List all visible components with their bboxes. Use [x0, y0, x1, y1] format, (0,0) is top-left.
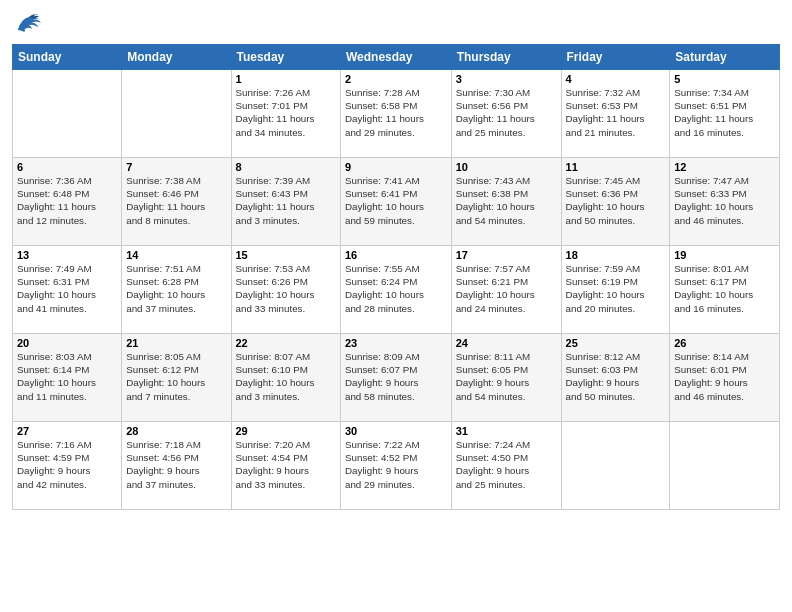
- day-number: 6: [17, 161, 117, 173]
- calendar-cell: 24Sunrise: 8:11 AM Sunset: 6:05 PM Dayli…: [451, 334, 561, 422]
- calendar-table: SundayMondayTuesdayWednesdayThursdayFrid…: [12, 44, 780, 510]
- day-number: 14: [126, 249, 226, 261]
- calendar-cell: 18Sunrise: 7:59 AM Sunset: 6:19 PM Dayli…: [561, 246, 670, 334]
- day-info: Sunrise: 8:05 AM Sunset: 6:12 PM Dayligh…: [126, 350, 226, 403]
- day-number: 26: [674, 337, 775, 349]
- calendar-cell: 9Sunrise: 7:41 AM Sunset: 6:41 PM Daylig…: [340, 158, 451, 246]
- day-number: 19: [674, 249, 775, 261]
- calendar-cell: 6Sunrise: 7:36 AM Sunset: 6:48 PM Daylig…: [13, 158, 122, 246]
- weekday-header-saturday: Saturday: [670, 45, 780, 70]
- day-info: Sunrise: 8:03 AM Sunset: 6:14 PM Dayligh…: [17, 350, 117, 403]
- weekday-header-sunday: Sunday: [13, 45, 122, 70]
- calendar-cell: [561, 422, 670, 510]
- day-info: Sunrise: 7:47 AM Sunset: 6:33 PM Dayligh…: [674, 174, 775, 227]
- calendar-cell: 26Sunrise: 8:14 AM Sunset: 6:01 PM Dayli…: [670, 334, 780, 422]
- day-info: Sunrise: 7:32 AM Sunset: 6:53 PM Dayligh…: [566, 86, 666, 139]
- day-info: Sunrise: 7:41 AM Sunset: 6:41 PM Dayligh…: [345, 174, 447, 227]
- day-info: Sunrise: 7:39 AM Sunset: 6:43 PM Dayligh…: [236, 174, 336, 227]
- day-info: Sunrise: 7:57 AM Sunset: 6:21 PM Dayligh…: [456, 262, 557, 315]
- calendar-cell: 22Sunrise: 8:07 AM Sunset: 6:10 PM Dayli…: [231, 334, 340, 422]
- weekday-header-thursday: Thursday: [451, 45, 561, 70]
- day-info: Sunrise: 7:55 AM Sunset: 6:24 PM Dayligh…: [345, 262, 447, 315]
- day-info: Sunrise: 7:38 AM Sunset: 6:46 PM Dayligh…: [126, 174, 226, 227]
- calendar-week-5: 27Sunrise: 7:16 AM Sunset: 4:59 PM Dayli…: [13, 422, 780, 510]
- calendar-week-1: 1Sunrise: 7:26 AM Sunset: 7:01 PM Daylig…: [13, 70, 780, 158]
- calendar-cell: 15Sunrise: 7:53 AM Sunset: 6:26 PM Dayli…: [231, 246, 340, 334]
- weekday-header-tuesday: Tuesday: [231, 45, 340, 70]
- calendar-header-row: SundayMondayTuesdayWednesdayThursdayFrid…: [13, 45, 780, 70]
- day-info: Sunrise: 7:24 AM Sunset: 4:50 PM Dayligh…: [456, 438, 557, 491]
- day-number: 28: [126, 425, 226, 437]
- weekday-header-wednesday: Wednesday: [340, 45, 451, 70]
- calendar-cell: 25Sunrise: 8:12 AM Sunset: 6:03 PM Dayli…: [561, 334, 670, 422]
- day-number: 13: [17, 249, 117, 261]
- day-number: 15: [236, 249, 336, 261]
- day-info: Sunrise: 8:12 AM Sunset: 6:03 PM Dayligh…: [566, 350, 666, 403]
- day-info: Sunrise: 8:01 AM Sunset: 6:17 PM Dayligh…: [674, 262, 775, 315]
- day-number: 27: [17, 425, 117, 437]
- day-info: Sunrise: 7:22 AM Sunset: 4:52 PM Dayligh…: [345, 438, 447, 491]
- calendar-cell: 11Sunrise: 7:45 AM Sunset: 6:36 PM Dayli…: [561, 158, 670, 246]
- day-number: 31: [456, 425, 557, 437]
- day-info: Sunrise: 8:09 AM Sunset: 6:07 PM Dayligh…: [345, 350, 447, 403]
- day-number: 9: [345, 161, 447, 173]
- calendar-cell: 27Sunrise: 7:16 AM Sunset: 4:59 PM Dayli…: [13, 422, 122, 510]
- calendar-cell: [122, 70, 231, 158]
- day-number: 25: [566, 337, 666, 349]
- day-number: 23: [345, 337, 447, 349]
- day-number: 24: [456, 337, 557, 349]
- day-info: Sunrise: 8:14 AM Sunset: 6:01 PM Dayligh…: [674, 350, 775, 403]
- calendar-cell: 29Sunrise: 7:20 AM Sunset: 4:54 PM Dayli…: [231, 422, 340, 510]
- calendar-cell: 5Sunrise: 7:34 AM Sunset: 6:51 PM Daylig…: [670, 70, 780, 158]
- day-number: 3: [456, 73, 557, 85]
- day-info: Sunrise: 7:18 AM Sunset: 4:56 PM Dayligh…: [126, 438, 226, 491]
- calendar-cell: 23Sunrise: 8:09 AM Sunset: 6:07 PM Dayli…: [340, 334, 451, 422]
- day-number: 5: [674, 73, 775, 85]
- calendar-cell: 4Sunrise: 7:32 AM Sunset: 6:53 PM Daylig…: [561, 70, 670, 158]
- calendar-week-2: 6Sunrise: 7:36 AM Sunset: 6:48 PM Daylig…: [13, 158, 780, 246]
- day-info: Sunrise: 7:49 AM Sunset: 6:31 PM Dayligh…: [17, 262, 117, 315]
- day-number: 2: [345, 73, 447, 85]
- calendar-cell: 10Sunrise: 7:43 AM Sunset: 6:38 PM Dayli…: [451, 158, 561, 246]
- calendar-cell: 31Sunrise: 7:24 AM Sunset: 4:50 PM Dayli…: [451, 422, 561, 510]
- day-number: 10: [456, 161, 557, 173]
- header: [12, 10, 780, 38]
- day-info: Sunrise: 8:07 AM Sunset: 6:10 PM Dayligh…: [236, 350, 336, 403]
- day-info: Sunrise: 7:45 AM Sunset: 6:36 PM Dayligh…: [566, 174, 666, 227]
- day-info: Sunrise: 7:36 AM Sunset: 6:48 PM Dayligh…: [17, 174, 117, 227]
- calendar-cell: 3Sunrise: 7:30 AM Sunset: 6:56 PM Daylig…: [451, 70, 561, 158]
- day-info: Sunrise: 7:20 AM Sunset: 4:54 PM Dayligh…: [236, 438, 336, 491]
- day-number: 30: [345, 425, 447, 437]
- day-number: 4: [566, 73, 666, 85]
- day-info: Sunrise: 7:16 AM Sunset: 4:59 PM Dayligh…: [17, 438, 117, 491]
- calendar-cell: 2Sunrise: 7:28 AM Sunset: 6:58 PM Daylig…: [340, 70, 451, 158]
- calendar-cell: 8Sunrise: 7:39 AM Sunset: 6:43 PM Daylig…: [231, 158, 340, 246]
- calendar-cell: 12Sunrise: 7:47 AM Sunset: 6:33 PM Dayli…: [670, 158, 780, 246]
- weekday-header-friday: Friday: [561, 45, 670, 70]
- day-number: 11: [566, 161, 666, 173]
- calendar-cell: 30Sunrise: 7:22 AM Sunset: 4:52 PM Dayli…: [340, 422, 451, 510]
- day-info: Sunrise: 7:51 AM Sunset: 6:28 PM Dayligh…: [126, 262, 226, 315]
- day-info: Sunrise: 7:34 AM Sunset: 6:51 PM Dayligh…: [674, 86, 775, 139]
- day-number: 12: [674, 161, 775, 173]
- calendar-cell: 19Sunrise: 8:01 AM Sunset: 6:17 PM Dayli…: [670, 246, 780, 334]
- day-info: Sunrise: 7:59 AM Sunset: 6:19 PM Dayligh…: [566, 262, 666, 315]
- day-number: 1: [236, 73, 336, 85]
- day-number: 8: [236, 161, 336, 173]
- day-info: Sunrise: 7:53 AM Sunset: 6:26 PM Dayligh…: [236, 262, 336, 315]
- day-number: 21: [126, 337, 226, 349]
- calendar-container: SundayMondayTuesdayWednesdayThursdayFrid…: [0, 0, 792, 612]
- calendar-cell: [670, 422, 780, 510]
- calendar-cell: 14Sunrise: 7:51 AM Sunset: 6:28 PM Dayli…: [122, 246, 231, 334]
- calendar-cell: 13Sunrise: 7:49 AM Sunset: 6:31 PM Dayli…: [13, 246, 122, 334]
- calendar-week-3: 13Sunrise: 7:49 AM Sunset: 6:31 PM Dayli…: [13, 246, 780, 334]
- day-info: Sunrise: 8:11 AM Sunset: 6:05 PM Dayligh…: [456, 350, 557, 403]
- logo: [12, 10, 44, 38]
- weekday-header-monday: Monday: [122, 45, 231, 70]
- calendar-cell: 21Sunrise: 8:05 AM Sunset: 6:12 PM Dayli…: [122, 334, 231, 422]
- calendar-week-4: 20Sunrise: 8:03 AM Sunset: 6:14 PM Dayli…: [13, 334, 780, 422]
- day-number: 22: [236, 337, 336, 349]
- day-number: 16: [345, 249, 447, 261]
- day-number: 20: [17, 337, 117, 349]
- day-number: 7: [126, 161, 226, 173]
